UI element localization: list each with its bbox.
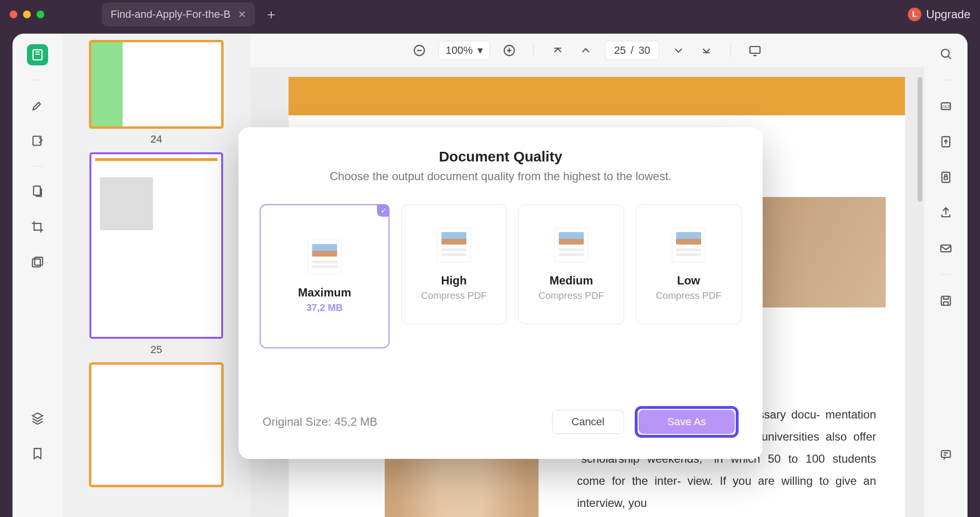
modal-subtitle: Choose the output document quality from … xyxy=(263,170,739,183)
window-controls xyxy=(10,11,44,18)
maximize-window-button[interactable] xyxy=(37,11,44,18)
quality-options: ✓ Maximum 37,2 MB High Compress PDF Medi… xyxy=(263,204,739,348)
option-sub: 37,2 MB xyxy=(306,302,343,313)
option-label: Low xyxy=(677,274,700,287)
original-size-label: Original Size: 45,2 MB xyxy=(263,415,377,429)
modal-footer: Original Size: 45,2 MB Cancel Save As xyxy=(263,406,739,438)
option-sub: Compress PDF xyxy=(539,290,604,301)
close-tab-icon[interactable]: ✕ xyxy=(238,9,246,20)
modal-title: Document Quality xyxy=(263,148,739,165)
quality-option-maximum[interactable]: ✓ Maximum 37,2 MB xyxy=(260,204,389,348)
document-tab[interactable]: Find-and-Apply-For-the-B ✕ xyxy=(102,2,255,26)
title-bar: Find-and-Apply-For-the-B ✕ ＋ L Upgrade xyxy=(0,0,980,29)
document-icon xyxy=(554,228,588,262)
option-label: Medium xyxy=(550,274,593,287)
minimize-window-button[interactable] xyxy=(23,11,31,18)
option-sub: Compress PDF xyxy=(421,290,487,301)
tab-title: Find-and-Apply-For-the-B xyxy=(111,8,230,21)
document-icon xyxy=(672,228,705,262)
quality-option-low[interactable]: Low Compress PDF xyxy=(636,204,741,324)
document-icon xyxy=(308,240,341,274)
option-label: High xyxy=(441,274,466,287)
check-icon: ✓ xyxy=(377,204,389,217)
document-quality-modal: Document Quality Choose the output docum… xyxy=(239,127,763,459)
upgrade-link[interactable]: Upgrade xyxy=(926,8,970,21)
modal-overlay: Document Quality Choose the output docum… xyxy=(13,34,967,517)
option-sub: Compress PDF xyxy=(656,290,722,301)
app-frame: 24 25 100% ▾ 25 / 30 xyxy=(13,34,967,517)
user-avatar[interactable]: L xyxy=(908,8,921,21)
cancel-button[interactable]: Cancel xyxy=(552,410,624,434)
option-label: Maximum xyxy=(298,286,352,299)
new-tab-button[interactable]: ＋ xyxy=(264,5,278,24)
document-icon xyxy=(437,228,471,262)
save-as-button[interactable]: Save As xyxy=(639,410,735,434)
save-as-highlight: Save As xyxy=(635,406,739,438)
quality-option-high[interactable]: High Compress PDF xyxy=(401,204,507,324)
close-window-button[interactable] xyxy=(10,11,17,18)
quality-option-medium[interactable]: Medium Compress PDF xyxy=(518,204,624,324)
